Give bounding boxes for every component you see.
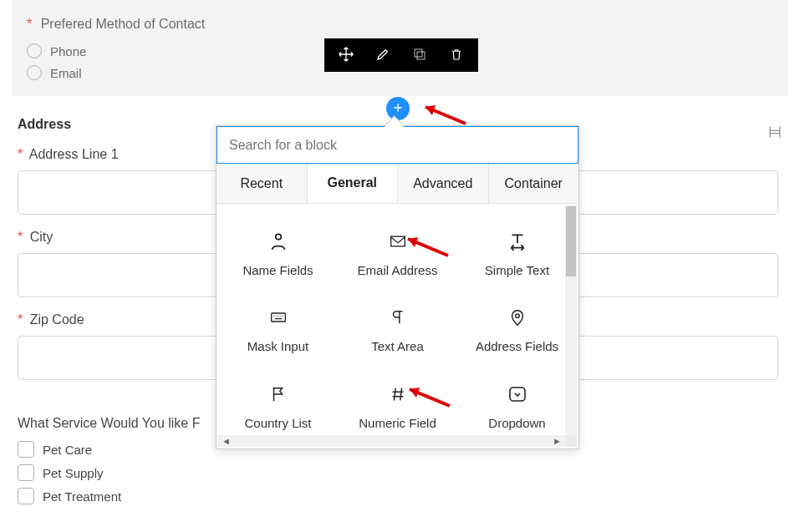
checkbox-box	[18, 464, 34, 481]
block-address-fields[interactable]: Address Fields	[457, 292, 577, 367]
callout-arrow	[398, 381, 456, 415]
chevron-down-boxed-icon	[506, 383, 529, 406]
keyboard-icon	[267, 306, 290, 329]
block-label: Dropdown	[488, 416, 545, 430]
block-search-input[interactable]	[217, 127, 578, 163]
checkbox-label: Pet Treatment	[43, 489, 121, 504]
address-line1-label-text: Address Line 1	[29, 147, 119, 161]
plus-icon	[392, 102, 404, 116]
svg-point-11	[515, 314, 519, 318]
services-section: What Service Would You like F Pet Care P…	[18, 416, 200, 511]
block-dropdown[interactable]: Dropdown	[457, 368, 577, 443]
tab-general[interactable]: General	[308, 164, 399, 203]
block-label: Simple Text	[485, 263, 549, 277]
radio-circle	[27, 65, 42, 80]
svg-rect-10	[271, 313, 285, 322]
svg-rect-0	[417, 52, 425, 59]
trash-icon	[449, 47, 464, 64]
services-question: What Service Would You like F	[18, 416, 200, 431]
pencil-icon	[375, 47, 390, 64]
move-button[interactable]	[329, 46, 363, 65]
horizontal-scrollbar[interactable]: ◄ ►	[218, 435, 565, 447]
checkbox-box	[18, 441, 34, 458]
tab-label: Container	[505, 176, 563, 191]
add-block-button[interactable]	[386, 97, 410, 120]
contact-method-heading-text: Prefered Method of Contact	[41, 17, 206, 31]
block-label: Email Address	[358, 263, 438, 277]
tab-recent[interactable]: Recent	[217, 164, 308, 203]
block-country-list[interactable]: Country List	[218, 368, 338, 443]
tab-label: General	[327, 175, 377, 190]
person-icon	[267, 230, 290, 253]
required-marker: *	[18, 147, 23, 161]
block-name-fields[interactable]: Name Fields	[218, 215, 338, 291]
width-toggle-icon	[767, 124, 783, 140]
checkbox-label: Pet Care	[43, 443, 92, 457]
block-label: Numeric Field	[359, 416, 436, 430]
block-tabs: Recent General Advanced Container	[217, 164, 578, 204]
required-marker: *	[27, 17, 32, 31]
duplicate-button[interactable]	[403, 47, 436, 64]
scrollbar-track	[234, 436, 549, 446]
tab-advanced[interactable]: Advanced	[398, 164, 489, 203]
scroll-right-icon: ►	[553, 436, 562, 446]
svg-rect-1	[415, 49, 422, 57]
block-label: Country List	[244, 416, 311, 430]
scroll-left-icon: ◄	[222, 436, 231, 446]
copy-icon	[412, 47, 427, 64]
callout-arrow	[414, 99, 472, 133]
zip-label-text: Zip Code	[30, 312, 84, 327]
block-label: Address Fields	[476, 339, 558, 353]
location-pin-icon	[506, 306, 529, 329]
vertical-scrollbar[interactable]	[565, 205, 577, 435]
svg-point-8	[275, 234, 281, 240]
delete-button[interactable]	[440, 47, 473, 64]
text-width-icon	[506, 230, 529, 253]
svg-rect-12	[510, 388, 525, 401]
city-label-text: City	[30, 230, 54, 244]
edit-button[interactable]	[366, 47, 400, 64]
width-toggle-button[interactable]	[767, 124, 783, 140]
block-search-wrap	[217, 126, 578, 164]
block-label: Text Area	[371, 339, 424, 353]
tab-label: Advanced	[413, 176, 472, 191]
contact-method-heading: * Prefered Method of Contact	[27, 17, 773, 32]
required-marker: *	[18, 230, 23, 244]
block-toolbar	[324, 38, 478, 72]
callout-arrow	[396, 231, 455, 265]
paragraph-icon	[386, 306, 410, 329]
block-simple-text[interactable]: Simple Text	[457, 215, 577, 291]
required-marker: *	[18, 312, 23, 327]
checkbox-option-pet-care[interactable]: Pet Care	[18, 441, 200, 458]
radio-option-label: Email	[50, 66, 82, 80]
checkbox-option-pet-supply[interactable]: Pet Supply	[18, 464, 200, 481]
tab-label: Recent	[240, 176, 283, 191]
block-label: Mask Input	[247, 339, 308, 353]
checkbox-box	[18, 488, 34, 504]
checkbox-option-pet-treatment[interactable]: Pet Treatment	[18, 488, 200, 504]
block-text-area[interactable]: Text Area	[338, 292, 457, 367]
radio-option-label: Phone	[50, 44, 86, 58]
flag-icon	[267, 383, 290, 406]
block-mask-input[interactable]: Mask Input	[218, 292, 338, 367]
scrollbar-thumb[interactable]	[566, 206, 576, 276]
checkbox-label: Pet Supply	[43, 466, 104, 480]
radio-circle	[27, 43, 42, 58]
block-label: Name Fields	[242, 263, 313, 277]
scrollbar-corner	[565, 435, 577, 447]
tab-container[interactable]: Container	[489, 164, 579, 203]
move-icon	[338, 46, 354, 65]
